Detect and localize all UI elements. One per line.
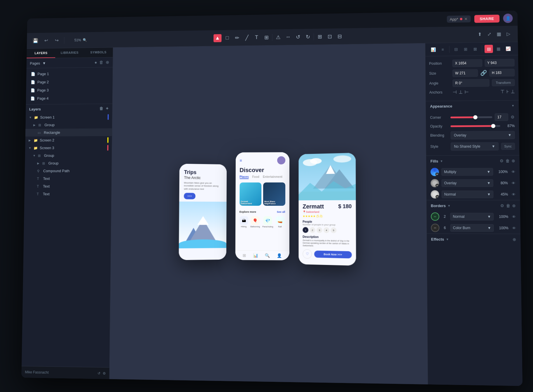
flip-h-tool[interactable]: ↔: [284, 33, 292, 41]
border-eye-2[interactable]: 👁: [512, 226, 516, 230]
layer-compound-path[interactable]: ⚲ Compound Path: [25, 167, 111, 175]
size-w-input[interactable]: W 271: [452, 69, 478, 77]
rt-align-h-icon[interactable]: ⊟: [452, 45, 460, 53]
rt-grid-icon[interactable]: ▦: [494, 45, 502, 53]
corner-value-input[interactable]: [494, 113, 508, 121]
warning-tool[interactable]: ⚠: [274, 33, 282, 41]
rt-dist-icon[interactable]: ⊠: [471, 45, 479, 53]
layer-text3[interactable]: T Text: [24, 190, 111, 198]
canvas-area[interactable]: Trips The Arctic Mountain hikes give you…: [109, 43, 428, 384]
anchor-center[interactable]: ⊥: [458, 89, 463, 95]
frame-tool[interactable]: ⊟: [335, 32, 343, 40]
pos-x-input[interactable]: X 1654: [452, 59, 482, 67]
layers-add-icon[interactable]: ✦: [105, 106, 109, 111]
fill-swatch-overlay[interactable]: ✏: [430, 179, 439, 187]
app-tab[interactable]: App* ✕: [447, 15, 471, 22]
layout-icon[interactable]: ▦: [495, 31, 502, 37]
history-icon[interactable]: ↺: [97, 371, 100, 375]
fills-delete-icon[interactable]: 🗑: [505, 158, 510, 163]
size-h-input[interactable]: H 183: [489, 68, 515, 76]
anchor-left[interactable]: ⊣: [452, 89, 457, 95]
page-item-3[interactable]: 📄 Page 3: [26, 85, 112, 94]
rotate-r-tool[interactable]: ↻: [304, 33, 312, 41]
close-icon[interactable]: ✕: [464, 16, 467, 21]
page-item-1[interactable]: 📄 Page 1: [26, 69, 113, 78]
angle-input[interactable]: R 0°: [452, 79, 489, 87]
page-item-2[interactable]: 📄 Page 2: [26, 77, 112, 86]
fill-swatch-normal[interactable]: ✏: [431, 190, 439, 198]
zoom-control[interactable]: 51% 🔍: [74, 38, 87, 42]
border-blend-dropdown-1[interactable]: Normal ▼: [450, 212, 494, 220]
group-tool[interactable]: ⊡: [325, 32, 333, 40]
layer-group1[interactable]: ▶ ⊞ Group: [25, 121, 112, 129]
rt-chart-icon[interactable]: 📊: [429, 45, 437, 54]
border-eye-1[interactable]: 👁: [512, 214, 516, 219]
transform-button[interactable]: Transform: [492, 79, 515, 86]
anchor-bot[interactable]: ⊥: [511, 89, 515, 94]
text-tool[interactable]: T: [252, 33, 261, 41]
line-tool[interactable]: ╱: [243, 34, 251, 42]
share-button[interactable]: SHARE: [474, 14, 499, 22]
export-icon[interactable]: ⬆: [476, 31, 483, 37]
fills-settings-icon[interactable]: ⚙: [499, 158, 504, 163]
tab-libraries[interactable]: LIBRARIES: [55, 48, 84, 58]
layer-group3b[interactable]: ▶ ⊞ Group: [25, 159, 111, 167]
anchor-top[interactable]: ⊤: [500, 89, 505, 94]
pages-color-icon[interactable]: ●: [94, 60, 97, 65]
import-icon[interactable]: ⤢: [486, 31, 492, 37]
anchor-mid[interactable]: ⊦: [506, 89, 509, 94]
fill-blend-dropdown-1[interactable]: Multiply ▼: [441, 168, 493, 176]
undo-icon[interactable]: ↩: [43, 37, 49, 43]
book-btn[interactable]: Book Now >>>: [314, 250, 352, 258]
borders-add-icon[interactable]: ⊕: [512, 203, 516, 208]
num-1[interactable]: 1: [302, 227, 308, 233]
effects-add-icon[interactable]: ⊕: [512, 237, 516, 242]
redo-icon[interactable]: ↪: [53, 37, 60, 43]
border-swatch-1[interactable]: ✏: [431, 212, 439, 221]
num-2[interactable]: 2: [309, 227, 315, 233]
border-swatch-2[interactable]: ✏: [431, 224, 439, 232]
pen-tool[interactable]: ✏: [233, 34, 241, 42]
layer-text2[interactable]: T Text: [24, 182, 111, 190]
borders-settings-icon[interactable]: ⚙: [500, 203, 504, 208]
rt-props-icon[interactable]: ▤: [484, 45, 493, 53]
num-3[interactable]: 3: [316, 227, 322, 233]
fills-add-icon[interactable]: ⊕: [511, 158, 515, 163]
page-item-4[interactable]: 📄 Page 4: [26, 94, 112, 103]
style-dropdown[interactable]: No Shared Style ▼: [450, 142, 498, 150]
tab-symbols[interactable]: SYMBOLS: [84, 48, 113, 57]
layer-text1[interactable]: T Text: [25, 175, 111, 182]
layers-delete-icon[interactable]: 🗑: [99, 106, 103, 111]
fill-blend-dropdown-3[interactable]: Normal ▼: [441, 190, 493, 198]
present-icon[interactable]: ▷: [505, 31, 512, 37]
sync-button[interactable]: Sync: [501, 143, 515, 150]
rt-align-v-icon[interactable]: ⊞: [461, 45, 470, 53]
fill-swatch-multiply[interactable]: ✏: [430, 168, 439, 176]
fill-eye-2[interactable]: 👁: [511, 181, 515, 185]
opacity-slider[interactable]: [450, 125, 500, 127]
num-5[interactable]: 5: [330, 227, 336, 233]
corner-options-icon[interactable]: ⚙: [511, 115, 515, 119]
rotate-l-tool[interactable]: ↺: [294, 33, 302, 41]
layer-rectangle[interactable]: ▭ Rectangle: [25, 128, 112, 136]
rect-tool[interactable]: □: [223, 34, 231, 42]
num-4[interactable]: 4: [323, 227, 329, 233]
blending-dropdown[interactable]: Overlay ▼: [450, 131, 515, 140]
rt-align-icon[interactable]: ≡: [438, 45, 447, 53]
borders-delete-icon[interactable]: 🗑: [506, 203, 510, 208]
anchor-right[interactable]: ⊢: [464, 89, 469, 94]
select-tool[interactable]: ▲: [213, 34, 221, 42]
layer-screen3[interactable]: ▼ 📁 Screen 3: [25, 144, 112, 152]
layer-screen1[interactable]: ▼ 📁 Screen 1: [25, 113, 112, 121]
settings-icon[interactable]: ⚙: [102, 371, 106, 375]
effects-header[interactable]: Effects ▼ ⊕: [427, 234, 520, 245]
border-blend-dropdown-2[interactable]: Color Burn ▼: [450, 224, 494, 232]
appearance-header[interactable]: Appearance ▼: [426, 100, 519, 111]
align-tool[interactable]: ⊞: [315, 32, 324, 41]
fill-eye-1[interactable]: 👁: [511, 169, 515, 174]
layer-group3a[interactable]: ▼ ⊞ Group: [25, 151, 111, 159]
pages-delete-icon[interactable]: 🗑: [99, 60, 104, 65]
corner-slider[interactable]: [450, 116, 492, 118]
fav-btn[interactable]: ♡: [302, 249, 312, 259]
lock-icon[interactable]: 🔗: [480, 70, 487, 76]
